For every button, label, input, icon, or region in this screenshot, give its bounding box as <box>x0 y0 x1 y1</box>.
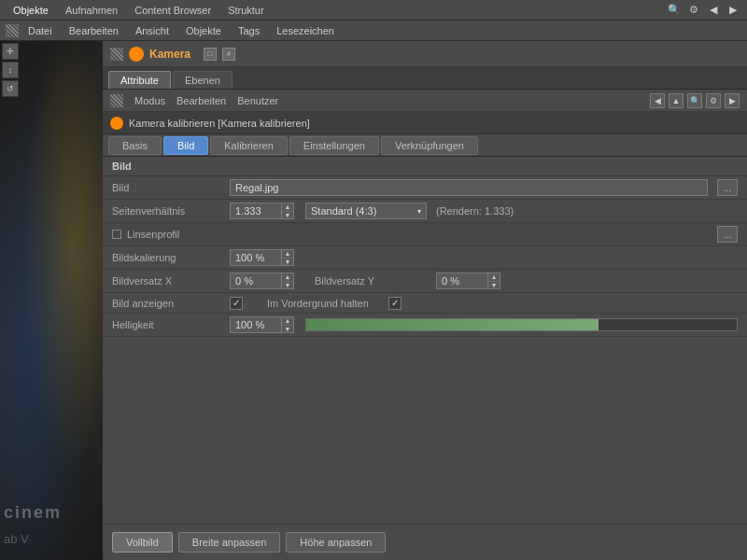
arrow-right-nav-icon[interactable]: ▶ <box>725 2 741 19</box>
prop-row-helligkeit: Helligkeit 100 % ▲ ▼ <box>103 314 747 337</box>
prop-label-helligkeit: Helligkeit <box>112 319 224 330</box>
menu-objekte[interactable]: Objekte <box>178 23 229 38</box>
seitenverhaeltnis-down[interactable]: ▼ <box>282 212 293 219</box>
bildskalierung-up[interactable]: ▲ <box>282 250 293 259</box>
viewport-panel: ✛ ↕ ↺ cinem ab V <box>0 41 103 560</box>
bildskalierung-input[interactable]: 100 % ▲ ▼ <box>230 249 294 266</box>
plugin-title-bar: Kamera kalibrieren [Kamera kalibrieren] <box>103 112 747 134</box>
tab-objekte[interactable]: Objekte <box>6 3 56 18</box>
bottom-buttons: Vollbild Breite anpassen Höhe anpassen <box>103 524 747 560</box>
vp-arrow-btn[interactable]: ↕ <box>2 62 19 78</box>
bildversatzY-input[interactable]: 0 % ▲ ▼ <box>436 273 500 289</box>
prop-checkbox-imvordergrund[interactable]: ✓ <box>388 297 402 310</box>
bildskalierung-value[interactable]: 100 % <box>230 249 281 266</box>
modus-bearbeiten[interactable]: Bearbeiten <box>176 95 226 106</box>
bildversatzX-arrows[interactable]: ▲ ▼ <box>281 273 294 289</box>
tab-aufnahmen[interactable]: Aufnahmen <box>58 3 125 18</box>
tab-attribute[interactable]: Attribute <box>108 71 171 89</box>
prop-label-imvordergrund: Im Vordergrund halten <box>267 298 379 309</box>
bildversatzY-down[interactable]: ▼ <box>488 282 500 289</box>
subtab-bild[interactable]: Bild <box>163 136 208 155</box>
prop-row-linsenprofil: Linsenprofil ... <box>103 223 747 246</box>
helligkeit-value[interactable]: 100 % <box>230 316 281 333</box>
modus-benutzer[interactable]: Benutzer <box>237 95 278 106</box>
prop-label-linsenprofil: Linsenprofil <box>127 229 179 240</box>
breite-anpassen-button[interactable]: Breite anpassen <box>178 532 281 553</box>
object-name-label: Kamera <box>149 48 190 61</box>
modus-modus[interactable]: Modus <box>134 95 165 106</box>
menu-lesezeichen[interactable]: Lesezeichen <box>269 23 342 38</box>
prop-label-seitenverhaeltnis: Seitenverhältnis <box>112 205 224 217</box>
menu-ansicht[interactable]: Ansicht <box>128 23 176 38</box>
modus-bar: Modus Bearbeiten Benutzer ◀ ▲ 🔍 ⚙ ▶ <box>103 90 747 112</box>
seitenverhaeltnis-value[interactable]: 1.333 <box>230 203 281 219</box>
obj-icon-1[interactable]: □ <box>204 48 217 61</box>
helligkeit-up[interactable]: ▲ <box>282 317 293 326</box>
seitenverhaeltnis-arrows[interactable]: ▲ ▼ <box>281 203 294 219</box>
vp-rotate-btn[interactable]: ↺ <box>2 80 19 97</box>
tab-content-browser[interactable]: Content Browser <box>127 3 218 18</box>
prop-row-bildskalierung: Bildskalierung 100 % ▲ ▼ <box>103 246 747 270</box>
modus-more-btn[interactable]: ▶ <box>725 93 740 108</box>
modus-arrows: ◀ ▲ 🔍 ⚙ ▶ <box>650 93 740 108</box>
modus-arrow-up[interactable]: ▲ <box>669 93 684 108</box>
bildversatzX-value[interactable]: 0 % <box>230 273 281 289</box>
bildversatzX-input[interactable]: 0 % ▲ ▼ <box>230 273 294 289</box>
hoehe-anpassen-button[interactable]: Höhe anpassen <box>286 532 386 553</box>
helligkeit-arrows[interactable]: ▲ ▼ <box>281 316 294 333</box>
bildversatzX-up[interactable]: ▲ <box>282 273 293 282</box>
modus-search-btn[interactable]: 🔍 <box>687 93 702 108</box>
prop-label-bildskalierung: Bildskalierung <box>112 252 224 263</box>
modus-lock-btn[interactable]: ⚙ <box>706 93 721 108</box>
tab-struktur[interactable]: Struktur <box>220 3 272 18</box>
seitenverhaeltnis-dropdown[interactable]: Standard (4:3) ▾ <box>305 203 427 219</box>
subtab-basis[interactable]: Basis <box>108 136 162 155</box>
bildversatzY-value[interactable]: 0 % <box>436 273 487 289</box>
linsenprofil-dots-button[interactable]: ... <box>717 226 738 243</box>
prop-row-bild: Bild Regal.jpg ... <box>103 176 747 200</box>
object-header: · Kamera □ # <box>103 41 747 67</box>
tab-ebenen[interactable]: Ebenen <box>173 71 233 89</box>
subtab-kalibrieren[interactable]: Kalibrieren <box>210 136 288 155</box>
helligkeit-input[interactable]: 100 % ▲ ▼ <box>230 316 294 333</box>
top-corner-icons: 🔍 ⚙ ◀ ▶ <box>666 2 741 19</box>
bildskalierung-arrows[interactable]: ▲ ▼ <box>281 249 294 266</box>
right-panel: · Kamera □ # Attribute Ebenen Modus Bear… <box>103 41 747 560</box>
menu-bearbeiten[interactable]: Bearbeiten <box>62 23 126 38</box>
helligkeit-progress-bar[interactable] <box>305 318 738 331</box>
seitenverhaeltnis-input[interactable]: 1.333 ▲ ▼ <box>230 203 294 219</box>
seitenverhaeltnis-note: (Rendern: 1.333) <box>436 205 514 217</box>
prop-label-bildversatzX: Bildversatz X <box>112 275 224 287</box>
viewport-overlay <box>0 41 103 560</box>
viewport-watermark: cinem <box>4 503 62 523</box>
prop-checkbox-bildanzeigen[interactable]: ✓ <box>230 297 243 310</box>
settings-icon[interactable]: ⚙ <box>685 2 702 19</box>
bildversatzY-up[interactable]: ▲ <box>488 273 500 282</box>
modus-arrow-left[interactable]: ◀ <box>650 93 665 108</box>
arrow-left-nav-icon[interactable]: ◀ <box>705 2 722 19</box>
bildversatzX-down[interactable]: ▼ <box>282 282 293 289</box>
subtab-verknuepfungen[interactable]: Verknüpfungen <box>381 136 478 155</box>
helligkeit-down[interactable]: ▼ <box>282 326 293 333</box>
prop-value-bild[interactable]: Regal.jpg <box>230 179 708 196</box>
vp-move-btn[interactable]: ✛ <box>2 43 19 60</box>
prop-row-bildanzeigen: Bild anzeigen ✓ Im Vordergrund halten ✓ <box>103 293 747 314</box>
viewport-watermark2: ab V <box>4 532 29 546</box>
bildversatzY-arrows[interactable]: ▲ ▼ <box>487 273 500 289</box>
bildskalierung-down[interactable]: ▼ <box>282 259 293 266</box>
modus-stripe-icon <box>110 94 123 107</box>
search-icon[interactable]: 🔍 <box>666 2 683 19</box>
obj-icon-2[interactable]: # <box>222 48 235 61</box>
plugin-icon <box>110 117 123 130</box>
subtab-einstellungen[interactable]: Einstellungen <box>289 136 379 155</box>
linsenprofil-toggle[interactable] <box>112 230 121 239</box>
menu-stripe-icon <box>6 24 19 37</box>
camera-object-icon: · <box>129 47 144 62</box>
prop-label-bildanzeigen: Bild anzeigen <box>112 298 224 309</box>
viewport-content: ✛ ↕ ↺ cinem ab V <box>0 41 103 560</box>
vollbild-button[interactable]: Vollbild <box>112 532 173 553</box>
bild-dots-button[interactable]: ... <box>717 179 738 196</box>
menu-datei[interactable]: Datei <box>21 23 60 38</box>
menu-tags[interactable]: Tags <box>231 23 267 38</box>
seitenverhaeltnis-up[interactable]: ▲ <box>282 203 293 212</box>
